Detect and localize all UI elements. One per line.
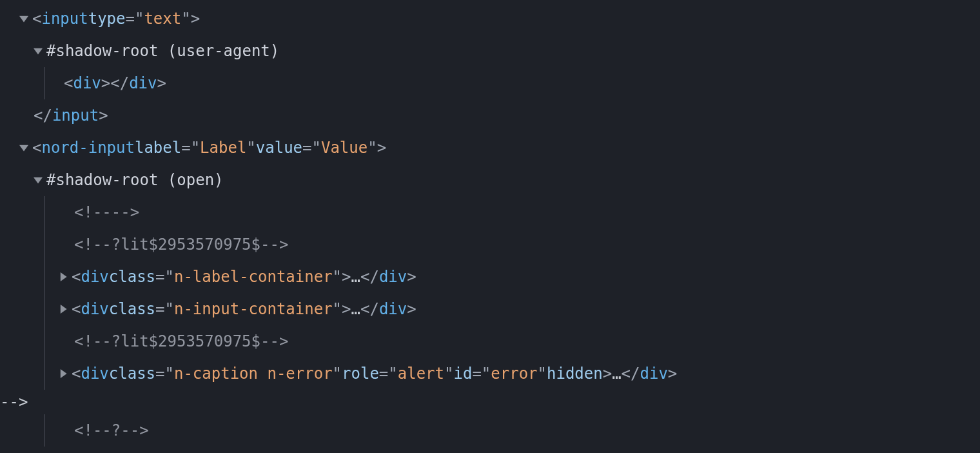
attr-value-label: Label: [200, 136, 246, 160]
ellipsis[interactable]: …: [351, 265, 360, 289]
attr-name-class: class: [109, 361, 155, 386]
attr-value-class: n-label-container: [174, 265, 333, 289]
attr-name-value: value: [256, 136, 302, 160]
attr-name-class: class: [109, 265, 155, 289]
ellipsis[interactable]: …: [351, 297, 360, 321]
attr-value-value: Value: [321, 136, 368, 160]
tag-name: div: [81, 361, 108, 386]
tag-name: input: [52, 103, 99, 128]
comment-node[interactable]: <!---->: [0, 196, 980, 228]
comment-node[interactable]: <!--?-->: [0, 414, 980, 447]
tag-name: div: [81, 265, 108, 289]
chevron-down-icon[interactable]: [18, 142, 30, 154]
attr-name-class: class: [109, 297, 155, 321]
shadow-root-open[interactable]: #shadow-root (open): [0, 164, 980, 196]
comment-text: <!--?lit$2953570975$-->: [74, 329, 288, 354]
dom-node-div-empty[interactable]: <div></div>: [0, 67, 980, 99]
dom-node-div-input-container[interactable]: <div class=" n-input-container ">…</div>: [0, 293, 980, 325]
attr-name-type: type: [88, 6, 126, 31]
chevron-down-icon[interactable]: [32, 174, 44, 186]
chevron-down-icon[interactable]: [18, 13, 30, 25]
chevron-down-icon[interactable]: [32, 45, 44, 57]
dom-node-div-label-container[interactable]: <div class="n-label-container">…</div>: [0, 261, 980, 293]
tag-name: div: [73, 71, 101, 96]
dom-node-nord-input-close[interactable]: </nord-input>: [0, 447, 980, 453]
chevron-right-icon[interactable]: [57, 271, 69, 283]
attr-value-type: text: [144, 6, 181, 31]
comment-node[interactable]: <!--?lit$2953570975$-->: [0, 325, 980, 357]
tag-name: nord-input: [41, 136, 135, 160]
comment-text: <!---->: [74, 200, 139, 225]
attr-value-class: n-caption n-error: [174, 361, 333, 386]
tag-name: nord-input: [52, 450, 146, 453]
comment-text: <!--?lit$2953570975$-->: [74, 232, 288, 257]
shadow-root-user-agent[interactable]: #shadow-root (user-agent): [0, 35, 980, 67]
dom-node-div-caption-error[interactable]: <div class="n-caption n-error" role="ale…: [0, 357, 980, 390]
tag-name: div: [81, 297, 108, 321]
attr-value-id: error: [491, 361, 537, 386]
attr-name-id: id: [453, 361, 472, 386]
comment-text: <!--?-->: [74, 418, 149, 443]
comment-node[interactable]: <!--?lit$2953570975$-->: [0, 228, 980, 261]
dom-node-input-open[interactable]: <input type="text">: [0, 3, 980, 35]
attr-name-label: label: [135, 136, 181, 160]
shadow-root-label: #shadow-root (open): [46, 168, 224, 192]
dom-node-nord-input-open[interactable]: <nord-input label="Label" value="Value">: [0, 132, 980, 164]
chevron-right-icon[interactable]: [57, 303, 69, 315]
ellipsis[interactable]: …: [612, 361, 621, 386]
attr-value-role: alert: [398, 361, 444, 386]
attr-value-class: n-input-container: [174, 297, 333, 321]
attr-name-role: role: [342, 361, 379, 386]
chevron-right-icon[interactable]: [57, 368, 69, 379]
dom-node-input-close[interactable]: </input>: [0, 99, 980, 132]
shadow-root-label: #shadow-root (user-agent): [46, 39, 279, 63]
open-bracket: <: [32, 6, 41, 31]
tag-name: input: [41, 6, 88, 31]
attr-name-hidden: hidden: [547, 361, 603, 386]
